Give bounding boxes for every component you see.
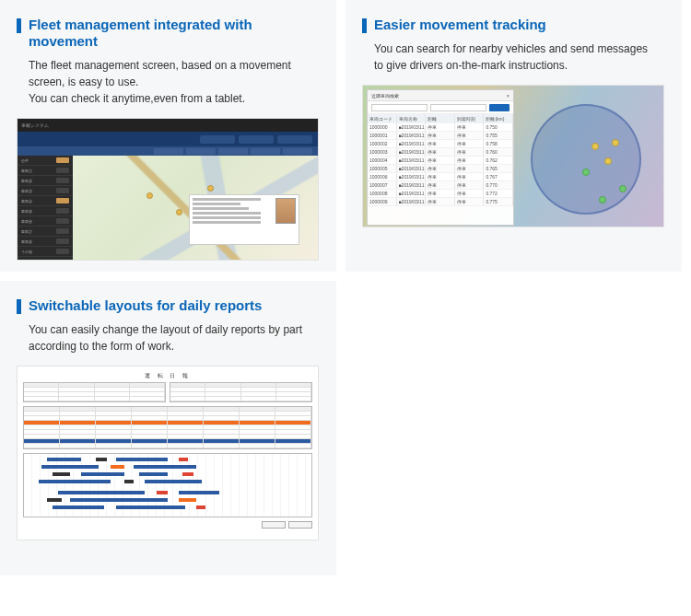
sidebar-item[interactable]: 全件 — [18, 156, 73, 166]
title-row: Switchable layouts for daily reports — [17, 297, 320, 314]
table-row[interactable]: 1000009■2019/03/11停車停車0.775 — [368, 198, 513, 206]
card-desc: You can easily change the layout of dail… — [29, 321, 305, 354]
screenshot-tracking: 近隣車両検索× 車両コード車両名称距離到着時刻距離(km) 1000000■20… — [362, 85, 664, 227]
card-title: Fleet management integrated with movemen… — [29, 17, 320, 50]
sub-button[interactable] — [186, 148, 216, 155]
sub-button[interactable] — [283, 148, 312, 155]
filter-input[interactable] — [430, 104, 486, 111]
body: 全件 車両① 車両② 車両③ 車両④ 車両⑤ 車両⑥ 車両⑦ 車両⑧ その他 — [18, 156, 318, 261]
map-marker-icon[interactable] — [582, 169, 590, 176]
table-row[interactable]: 1000000■2019/03/11停車停車0.750 — [368, 123, 513, 132]
sidebar-item[interactable]: 車両③ — [18, 186, 73, 196]
avatar — [275, 198, 296, 224]
map-pin-icon[interactable] — [176, 209, 182, 215]
sidebar-item[interactable]: その他 — [18, 247, 73, 257]
toolbar — [18, 132, 318, 146]
subtoolbar — [18, 146, 318, 156]
sidebar-item[interactable]: 車両⑤ — [18, 206, 73, 216]
footer-button[interactable] — [262, 521, 286, 529]
screenshot-reports: 運 転 日 報 — [17, 366, 319, 540]
accent-bar-icon — [17, 299, 21, 314]
table-row[interactable]: 1000008■2019/03/11停車停車0.772 — [368, 190, 513, 198]
card-desc: You can search for nearby vehicles and s… — [374, 41, 650, 74]
map-marker-icon[interactable] — [591, 143, 599, 150]
toolbar-button[interactable] — [277, 135, 312, 144]
close-icon[interactable]: × — [507, 93, 509, 99]
popup-text — [193, 198, 273, 241]
radius-circle-icon — [531, 104, 641, 215]
sub-button[interactable] — [218, 148, 248, 155]
table-mid — [23, 406, 312, 449]
map-marker-icon[interactable] — [612, 139, 619, 146]
table — [23, 382, 166, 402]
card-reports: Switchable layouts for daily reports You… — [0, 281, 336, 575]
map-marker-icon[interactable] — [604, 157, 612, 165]
vehicle-popup — [189, 194, 299, 245]
table-header: 車両コード車両名称距離到着時刻距離(km) — [368, 114, 513, 123]
table-row[interactable]: 1000004■2019/03/11停車停車0.762 — [368, 157, 513, 165]
title-row: Easier movement tracking — [362, 17, 665, 33]
map-marker-icon[interactable] — [599, 196, 606, 203]
card-title: Switchable layouts for daily reports — [29, 297, 262, 314]
card-title: Easier movement tracking — [374, 17, 546, 33]
top-tables — [23, 382, 312, 402]
sub-button[interactable] — [154, 148, 183, 155]
search-panel: 近隣車両検索× 車両コード車両名称距離到着時刻距離(km) 1000000■20… — [367, 89, 514, 226]
sidebar-item[interactable]: 車両④ — [18, 196, 73, 206]
map-marker-icon[interactable] — [619, 185, 627, 192]
panel-header: 近隣車両検索× — [368, 90, 513, 101]
filter-input[interactable] — [371, 104, 427, 111]
map-pin-icon[interactable] — [146, 192, 153, 199]
table-row[interactable]: 1000006■2019/03/11停車停車0.767 — [368, 173, 513, 181]
report-title: 運 転 日 報 — [23, 372, 312, 380]
accent-bar-icon — [362, 18, 367, 33]
toolbar-button[interactable] — [239, 135, 274, 144]
table-row[interactable]: 1000002■2019/03/11停車停車0.758 — [368, 140, 513, 148]
search-button[interactable] — [489, 104, 509, 111]
sidebar-item[interactable]: 車両⑦ — [18, 227, 73, 237]
table-row[interactable]: 1000003■2019/03/11停車停車0.760 — [368, 148, 513, 157]
table — [170, 382, 312, 402]
gantt-chart — [23, 453, 312, 517]
title-row: Fleet management integrated with movemen… — [17, 17, 320, 50]
sub-button[interactable] — [251, 148, 280, 155]
app-titlebar: 車載システム — [18, 119, 318, 132]
sidebar: 全件 車両① 車両② 車両③ 車両④ 車両⑤ 車両⑥ 車両⑦ 車両⑧ その他 — [18, 156, 73, 261]
card-tracking: Easier movement tracking You can search … — [346, 0, 682, 272]
map[interactable] — [73, 156, 318, 261]
screenshot-fleet: 車載システム 全件 車両① 車両② 車両③ 車両④ 車両⑤ 車両⑥ 車両⑦ 車両… — [17, 118, 319, 261]
sidebar-item[interactable]: 車両⑥ — [18, 216, 73, 227]
toolbar-button[interactable] — [200, 135, 235, 144]
card-desc: The fleet management screen, based on a … — [29, 57, 305, 107]
map-pin-icon[interactable] — [207, 185, 214, 192]
sidebar-item[interactable]: 車両① — [18, 166, 73, 176]
table-body: 1000000■2019/03/11停車停車0.750 1000001■2019… — [368, 123, 513, 206]
table-row[interactable]: 1000007■2019/03/11停車停車0.770 — [368, 181, 513, 190]
panel-filter — [368, 101, 513, 114]
card-grid: Fleet management integrated with movemen… — [0, 0, 691, 575]
table-row[interactable]: 1000005■2019/03/11停車停車0.765 — [368, 165, 513, 173]
sidebar-item[interactable]: 車両② — [18, 176, 73, 186]
footer-buttons — [23, 521, 312, 529]
footer-button[interactable] — [288, 521, 312, 529]
table-row[interactable]: 1000001■2019/03/11停車停車0.755 — [368, 132, 513, 140]
card-fleet: Fleet management integrated with movemen… — [0, 0, 336, 272]
accent-bar-icon — [17, 18, 21, 33]
sidebar-item[interactable]: 車両⑧ — [18, 237, 73, 247]
